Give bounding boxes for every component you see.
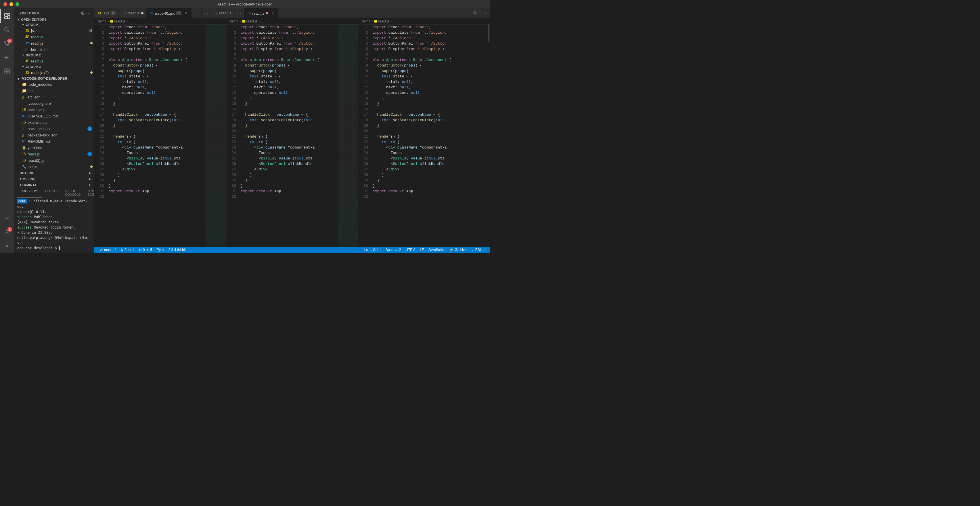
react-js-badge: 1 [88, 152, 92, 156]
errors-status[interactable]: ⊗ 0 ⚠ 5 [137, 247, 154, 253]
group2-header[interactable]: ▼ GROUP 2 [14, 53, 94, 58]
file-readme[interactable]: M README.md [14, 138, 94, 144]
group1-header[interactable]: ▼ GROUP 1 [14, 22, 94, 27]
tab-issue-91[interactable]: JS issue-91.jsx U × [146, 8, 191, 18]
vscode-folder-header[interactable]: ▼ VSCODE-DOT-DEVELOPER [14, 76, 94, 81]
file-package-lock[interactable]: {} package-lock.json [14, 132, 94, 138]
tab-label: react.js [127, 11, 140, 15]
minimap-2 [338, 24, 358, 247]
minimap-1 [206, 24, 226, 247]
breadcrumb-more-2[interactable]: ... [261, 19, 264, 23]
git-branch-status[interactable]: ⎇ master* [97, 247, 118, 253]
breadcrumb-more-1[interactable]: ... [129, 19, 132, 23]
spaces-status[interactable]: Spaces: 2 [383, 247, 403, 253]
language-status[interactable]: JavaScript [426, 247, 447, 253]
open-editor-react-jsx[interactable]: JS react.js [14, 40, 94, 46]
breadcrumb-file-3[interactable]: react.js [374, 19, 389, 23]
account-activity-icon[interactable]: 1 [0, 225, 14, 239]
minimize-button[interactable] [10, 2, 13, 6]
file-extension-js[interactable]: JS extension.js [14, 119, 94, 126]
tab-modified-dot [141, 12, 143, 14]
layout-icon[interactable]: ⬚ [477, 10, 482, 16]
editor-column-2: demo › react.js › ... 12345 678910 11121… [226, 18, 358, 247]
tab-close-g3[interactable]: × [270, 11, 275, 16]
search-activity-icon[interactable] [0, 23, 14, 37]
extensions-activity-icon[interactable] [0, 64, 14, 78]
file-yarn-lock[interactable]: 🔒 yarn.lock [14, 144, 94, 151]
eslint-status[interactable]: ✓ ESLint [469, 247, 488, 253]
file-name: .vscodeignore [28, 101, 94, 105]
timeline-header[interactable]: Timeline ▶ [14, 176, 94, 182]
source-control-activity-icon[interactable]: 33 [0, 37, 14, 51]
code-view-2[interactable]: 12345 678910 1112131415 1617181920 21222… [226, 24, 358, 247]
breadcrumb-file-2[interactable]: react.js [242, 19, 258, 23]
open-editors-header[interactable]: ▼ OPEN EDITORS [14, 17, 94, 22]
collapse-all-icon[interactable]: ⋯ [86, 10, 91, 16]
git-branch-label: master* [104, 248, 116, 252]
more-actions-icon[interactable]: ⋯ [483, 10, 488, 16]
terminal-content: DONE Published n-devs.vscode-dot-dev elo… [14, 198, 94, 252]
maximize-button[interactable] [16, 2, 19, 6]
breadcrumb-more-3[interactable]: ... [393, 19, 396, 23]
open-editor-g3-react[interactable]: JS react.js (2) [14, 69, 94, 76]
open-editor-html[interactable]: H but-title.html [14, 46, 94, 53]
scrollbar-3[interactable] [487, 24, 490, 247]
code-view-1[interactable]: 12345 678910 1112131415 1617181920 21222… [94, 24, 226, 247]
run-activity-icon[interactable] [0, 51, 14, 64]
code-view-3[interactable]: ●1 2345 678910 1112131415 1617181920 212… [358, 24, 490, 247]
cursor-position[interactable]: Ln 1, Col 1 [362, 247, 383, 253]
eol-status[interactable]: LF [418, 247, 426, 253]
breadcrumb-demo[interactable]: demo [98, 19, 107, 23]
open-editor-js-js[interactable]: JS js.js M [14, 27, 94, 34]
tab-react-jsx[interactable]: JS react.js [119, 8, 146, 18]
breadcrumb-demo-2[interactable]: demo [230, 19, 239, 23]
tab-close-icon[interactable]: × [183, 11, 188, 16]
terminal-tab-output[interactable]: OUTPUT [42, 188, 62, 198]
md-file-icon: M [22, 140, 28, 143]
tab-overflow-g2[interactable]: ⋯ [234, 8, 243, 18]
file-exit-js[interactable]: 🔧 exit.js [14, 163, 94, 170]
tab-html[interactable]: H [191, 8, 201, 18]
outline-header[interactable]: Outline ▶ [14, 170, 94, 176]
terminal-tab-debug[interactable]: DEBUG CONSOLE [62, 188, 84, 198]
file-changelog[interactable]: M CHANGELOG.md [14, 113, 94, 119]
terminal-tab-problems[interactable]: PROBLEMS [17, 188, 42, 198]
golive-status[interactable]: ⚡ Go Live [447, 247, 469, 253]
tab-g2-react[interactable]: JS react.js [211, 8, 235, 18]
python-status[interactable]: Python 3.9.4 64-bit [154, 247, 188, 253]
file-package-js[interactable]: JS package.js [14, 107, 94, 113]
file-name: README.md [28, 139, 94, 144]
open-editor-g2-react[interactable]: JS react.js [14, 58, 94, 64]
explorer-activity-icon[interactable] [0, 9, 14, 23]
file-package-json[interactable]: {} package.json 1 [14, 126, 94, 132]
editor-area: JS js.js U JS react.js JS issue-91.jsx U… [94, 8, 490, 253]
terminal-tab-npm[interactable]: NPM SCRIPTS [84, 188, 94, 198]
tab-overflow-menu[interactable]: ⋯ [202, 8, 211, 18]
file-react-js[interactable]: JS react.js 1 [14, 151, 94, 157]
file-vscodeignore[interactable]: . .vscodeignore [14, 100, 94, 107]
terminal-header[interactable]: Terminal ▼ [14, 182, 94, 188]
svg-rect-0 [5, 14, 7, 16]
file-react2-js[interactable]: JS react(2).js [14, 157, 94, 163]
svg-point-15 [6, 245, 8, 247]
file-src[interactable]: 📁 src [14, 88, 94, 94]
tab-js-js[interactable]: JS js.js U [94, 8, 119, 18]
open-editor-react-js[interactable]: JS react.js [14, 34, 94, 40]
split-editor-icon[interactable]: ⧉ [473, 10, 476, 16]
close-button[interactable] [3, 2, 7, 6]
tab-g3-react[interactable]: JS react.js × [244, 8, 278, 18]
settings-activity-icon[interactable] [0, 239, 14, 253]
file-src-json[interactable]: {} src.json [14, 94, 94, 100]
sync-status[interactable]: ↻ 0 ↑↓ 1 [118, 247, 136, 253]
tab-badge-u2: U [176, 11, 181, 15]
breadcrumb-demo-3[interactable]: demo [362, 19, 371, 23]
encoding-status[interactable]: UTF-8 [403, 247, 418, 253]
new-file-icon[interactable]: ⊕ [81, 10, 85, 16]
group3-header[interactable]: ▼ GROUP 3 [14, 64, 94, 69]
jsx-tab-icon-2: JS [150, 11, 153, 15]
language-label: JavaScript [428, 248, 445, 252]
file-node-modules[interactable]: 📁 node_modules [14, 81, 94, 88]
svg-line-5 [8, 31, 9, 32]
breadcrumb-file-1[interactable]: JS react.js [110, 19, 126, 23]
remote-activity-icon[interactable] [0, 212, 14, 225]
